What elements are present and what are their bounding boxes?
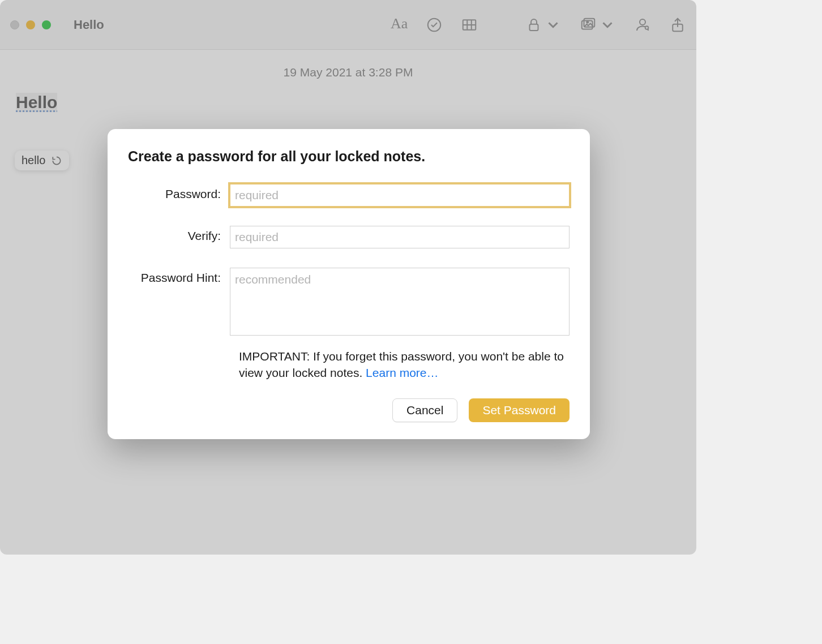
svg-point-8: [586, 21, 588, 23]
verify-label: Verify:: [128, 226, 230, 243]
hint-label: Password Hint:: [128, 268, 230, 285]
password-input[interactable]: [230, 184, 570, 207]
password-label: Password:: [128, 184, 230, 201]
chevron-down-icon: [545, 16, 562, 33]
window-controls: [10, 20, 51, 29]
notes-window: Hello Aa: [0, 0, 696, 555]
revert-icon: [51, 155, 62, 166]
important-warning: IMPORTANT: If you forget this password, …: [239, 348, 570, 381]
set-password-button[interactable]: Set Password: [469, 398, 570, 422]
format-icon[interactable]: Aa: [391, 16, 408, 33]
svg-rect-5: [530, 24, 538, 30]
toolbar: Aa: [391, 16, 686, 33]
media-icon[interactable]: [580, 16, 616, 33]
close-window-button[interactable]: [10, 20, 19, 29]
dialog-title: Create a password for all your locked no…: [128, 148, 570, 165]
learn-more-link[interactable]: Learn more…: [366, 366, 438, 379]
autocorrect-suggestion-text: hello: [22, 154, 45, 167]
table-icon[interactable]: [461, 16, 478, 33]
chevron-down-icon: [599, 16, 616, 33]
note-date: 19 May 2021 at 3:28 PM: [16, 61, 680, 79]
collaborate-icon[interactable]: [634, 16, 651, 33]
window-title: Hello: [74, 18, 104, 32]
minimize-window-button[interactable]: [26, 20, 35, 29]
maximize-window-button[interactable]: [42, 20, 51, 29]
titlebar: Hello Aa: [0, 0, 696, 50]
password-dialog: Create a password for all your locked no…: [108, 129, 590, 439]
dialog-buttons: Cancel Set Password: [128, 398, 570, 422]
cancel-button[interactable]: Cancel: [392, 398, 457, 422]
password-hint-input[interactable]: [230, 268, 570, 336]
checklist-icon[interactable]: [426, 16, 443, 33]
svg-point-9: [640, 19, 645, 25]
share-icon[interactable]: [669, 16, 686, 33]
note-heading[interactable]: Hello: [16, 93, 57, 112]
verify-input[interactable]: [230, 226, 570, 248]
lock-icon[interactable]: [525, 16, 562, 33]
autocorrect-tooltip[interactable]: hello: [15, 151, 69, 170]
